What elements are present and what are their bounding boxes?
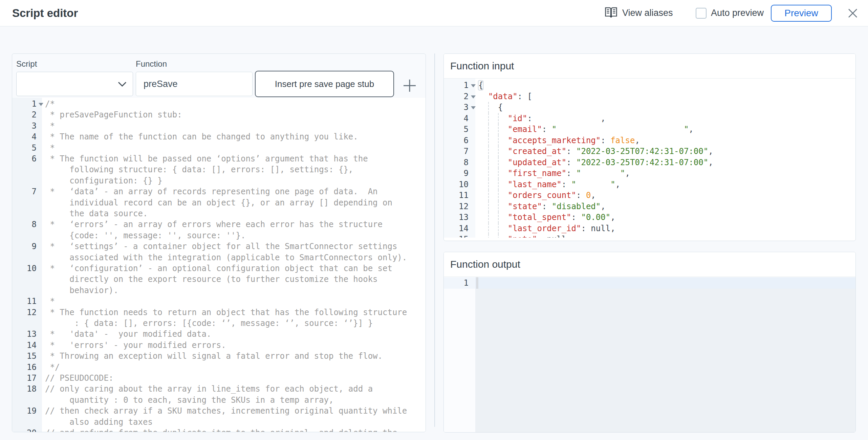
plus-icon[interactable] bbox=[402, 78, 417, 93]
code-text: * The name of the function can be change… bbox=[45, 131, 358, 142]
code-text: quantity : 0 to each, saving the SKUs in… bbox=[45, 395, 334, 406]
line-number: 5 bbox=[444, 124, 469, 135]
code-line[interactable]: 16 */ bbox=[12, 362, 426, 373]
code-text: "data": [ bbox=[478, 91, 532, 102]
code-line[interactable]: 12 "state": "disabled", bbox=[444, 201, 855, 212]
code-line[interactable]: 4 "id": , bbox=[444, 113, 855, 124]
code-line[interactable]: 2 "data": [ bbox=[444, 91, 855, 102]
code-line[interactable]: individual record can be an object {}, o… bbox=[12, 197, 426, 208]
code-line[interactable]: quantity : 0 to each, saving the SKUs in… bbox=[12, 395, 426, 406]
page-title: Script editor bbox=[12, 7, 78, 20]
active-code-line[interactable]: 1 bbox=[444, 277, 855, 289]
code-line[interactable]: 11 * bbox=[12, 296, 426, 307]
code-line[interactable]: 3 * bbox=[12, 120, 426, 132]
code-text: also adding taxes bbox=[45, 417, 153, 428]
line-number: 6 bbox=[12, 153, 37, 164]
panel-resize-divider[interactable] bbox=[434, 53, 435, 427]
code-line[interactable]: 5 "email": " ", bbox=[444, 124, 855, 135]
code-line[interactable]: also adding taxes bbox=[12, 417, 426, 428]
code-line[interactable]: {code: '', message: '', source: ''}. bbox=[12, 230, 426, 241]
code-text: // then check array if a SKU matches, in… bbox=[45, 405, 407, 417]
line-number: 4 bbox=[12, 131, 37, 142]
chevron-down-icon bbox=[118, 82, 127, 88]
code-text: {code: '', message: '', source: ''}. bbox=[45, 230, 245, 241]
code-line[interactable]: the data source. bbox=[12, 208, 426, 219]
code-text: "created_at": "2022-03-25T07:42:31-07:00… bbox=[478, 146, 713, 157]
insert-stub-button[interactable]: Insert pre save page stub bbox=[255, 71, 394, 97]
line-number: 2 bbox=[12, 109, 37, 120]
code-line[interactable]: 11 "orders_count": 0, bbox=[444, 190, 855, 201]
code-text: * ‘configuration’ - an optional configur… bbox=[45, 263, 392, 274]
line-number: 3 bbox=[444, 102, 469, 113]
code-line[interactable]: 7 "created_at": "2022-03-25T07:42:31-07:… bbox=[444, 146, 855, 157]
code-line[interactable]: 1/* bbox=[12, 98, 426, 110]
code-text: * ‘data’ - an array of records represent… bbox=[45, 186, 378, 197]
code-line[interactable]: 17// PSEUDOCODE: bbox=[12, 373, 426, 384]
code-line[interactable]: associated with the integration (applica… bbox=[12, 252, 426, 263]
code-line[interactable]: 7 * ‘data’ - an array of records represe… bbox=[12, 186, 426, 197]
code-line[interactable]: 13 "total_spent": "0.00", bbox=[444, 212, 855, 223]
code-text: "last_name": " ", bbox=[478, 179, 620, 190]
code-text: "updated_at": "2022-03-25T07:42:31-07:00… bbox=[478, 157, 713, 168]
line-number: 8 bbox=[12, 219, 37, 230]
code-text: "email": " ", bbox=[478, 124, 694, 135]
preview-button[interactable]: Preview bbox=[771, 5, 832, 22]
function-input-panel: Function input 1{2 "data": [3 {4 "id": ,… bbox=[443, 53, 856, 241]
code-line[interactable]: 6 "accepts_marketing": false, bbox=[444, 135, 855, 146]
fold-arrow-icon[interactable] bbox=[39, 103, 43, 106]
code-line[interactable]: 19// then check array if a SKU matches, … bbox=[12, 405, 426, 417]
code-line[interactable]: 10 "last_name": " ", bbox=[444, 179, 855, 190]
script-code-editor[interactable]: 1/*2 * preSavePageFunction stub:3 *4 * T… bbox=[12, 98, 426, 432]
code-line[interactable]: 15 "note": null, bbox=[444, 234, 855, 238]
line-number: 6 bbox=[444, 135, 469, 146]
fold-arrow-icon[interactable] bbox=[471, 95, 476, 98]
code-line[interactable]: directly on the export resource (to furt… bbox=[12, 274, 426, 285]
line-number: 14 bbox=[12, 340, 37, 351]
code-line[interactable]: : { data: [], errors: [{code: ‘’, messag… bbox=[12, 318, 426, 329]
code-text: : { data: [], errors: [{code: ‘’, messag… bbox=[45, 318, 373, 329]
code-line[interactable]: 6 * The function will be passed one ‘opt… bbox=[12, 153, 426, 164]
code-line[interactable]: 9 * ‘settings’ - a container object for … bbox=[12, 241, 426, 252]
code-line[interactable]: 12 * The function needs to return an obj… bbox=[12, 307, 426, 318]
code-line[interactable]: 8 * ‘errors’ - an array of errors where … bbox=[12, 219, 426, 230]
code-line[interactable]: 9 "first_name": " ", bbox=[444, 168, 855, 179]
code-line[interactable]: 14 * 'errors' - your modified errors. bbox=[12, 340, 426, 351]
code-line[interactable]: following structure: { data: [], errors:… bbox=[12, 164, 426, 175]
code-line[interactable]: 14 "last_order_id": null, bbox=[444, 223, 855, 234]
line-number: 9 bbox=[444, 168, 469, 179]
script-select[interactable] bbox=[16, 72, 133, 96]
code-line[interactable]: 2 * preSavePageFunction stub: bbox=[12, 109, 426, 120]
code-text: "total_spent": "0.00", bbox=[478, 212, 615, 223]
auto-preview-toggle[interactable]: Auto preview bbox=[696, 0, 764, 26]
code-line[interactable]: 18// only caring about the array in line… bbox=[12, 383, 426, 395]
code-text: * ‘settings’ - a container object for al… bbox=[45, 241, 397, 252]
code-text: behavior). bbox=[45, 285, 118, 296]
function-input-editor[interactable]: 1{2 "data": [3 {4 "id": ,5 "email": " ",… bbox=[444, 79, 855, 238]
code-line[interactable]: 3 { bbox=[444, 102, 855, 113]
code-text: * bbox=[45, 142, 55, 154]
line-number: 7 bbox=[12, 186, 37, 197]
code-line[interactable]: 13 * 'data' - your modified data. bbox=[12, 329, 426, 340]
code-text: * bbox=[45, 296, 55, 307]
close-icon[interactable] bbox=[847, 7, 859, 19]
code-line[interactable]: behavior). bbox=[12, 285, 426, 296]
function-output-editor[interactable]: 1 bbox=[444, 277, 855, 433]
code-text: * Throwing an exception will signal a fa… bbox=[45, 351, 383, 362]
code-line[interactable]: 20// and refunds from the duplicate item… bbox=[12, 427, 426, 432]
fold-arrow-icon[interactable] bbox=[471, 106, 476, 109]
view-aliases-button[interactable]: View aliases bbox=[604, 0, 673, 26]
code-line[interactable]: 8 "updated_at": "2022-03-25T07:42:31-07:… bbox=[444, 157, 855, 168]
code-line[interactable]: 15 * Throwing an exception will signal a… bbox=[12, 351, 426, 362]
code-line[interactable]: 5 * bbox=[12, 142, 426, 154]
auto-preview-checkbox[interactable] bbox=[696, 8, 707, 19]
line-number: 10 bbox=[444, 179, 469, 190]
code-line[interactable]: 1{ bbox=[444, 80, 855, 91]
code-line[interactable]: 4 * The name of the function can be chan… bbox=[12, 131, 426, 142]
code-line[interactable]: configuration: {} } bbox=[12, 175, 426, 186]
code-line[interactable]: 10 * ‘configuration’ - an optional confi… bbox=[12, 263, 426, 274]
auto-preview-label: Auto preview bbox=[711, 8, 764, 18]
line-number: 18 bbox=[12, 383, 37, 395]
function-input-field[interactable] bbox=[136, 72, 253, 96]
code-text: /* bbox=[45, 98, 55, 110]
fold-arrow-icon[interactable] bbox=[471, 84, 476, 87]
